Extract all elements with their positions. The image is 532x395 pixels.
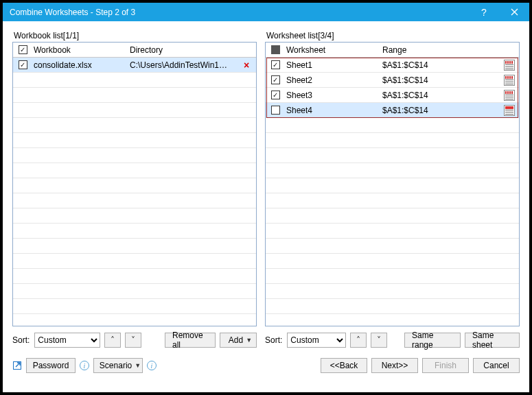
worksheet-col-range[interactable]: Range xyxy=(381,45,500,55)
worksheet-sort-select[interactable]: Custom xyxy=(287,333,346,348)
workbook-sort-up-button[interactable]: ˄ xyxy=(104,333,121,348)
worksheet-sort-up-button[interactable]: ˄ xyxy=(350,333,367,348)
worksheet-name: Sheet2 xyxy=(285,75,381,85)
add-button[interactable]: Add▼ xyxy=(220,333,257,348)
worksheet-col-worksheet[interactable]: Worksheet xyxy=(285,45,381,55)
info-icon[interactable]: i xyxy=(147,361,157,370)
workbook-tools: Sort: Custom ˄ ˅ Remove all Add▼ xyxy=(12,332,257,348)
worksheet-range: $A$1:$C$14 xyxy=(381,60,500,70)
remove-icon: × xyxy=(244,60,249,71)
remove-all-button[interactable]: Remove all xyxy=(165,333,216,348)
info-icon[interactable]: i xyxy=(80,361,89,370)
password-button[interactable]: Password xyxy=(26,358,76,373)
workbook-directory: C:\Users\AddinTestWin1… xyxy=(128,60,237,70)
titlebar: Combine Worksheets - Step 2 of 3 ? xyxy=(3,3,529,21)
worksheet-grid-body: ✓Sheet1$A$1:$C$14✓Sheet2$A$1:$C$14✓Sheet… xyxy=(266,58,519,326)
worksheet-range: $A$1:$C$14 xyxy=(381,106,500,115)
workbook-grid-header: ✓ Workbook Directory xyxy=(13,43,256,58)
workbook-name: consolidate.xlsx xyxy=(32,60,128,70)
workbook-col-workbook[interactable]: Workbook xyxy=(32,45,128,55)
edit-range-button[interactable] xyxy=(500,90,519,101)
finish-button: Finish xyxy=(422,358,469,373)
workbook-sort-select[interactable]: Custom xyxy=(34,333,100,348)
edit-range-button[interactable] xyxy=(500,60,519,71)
worksheet-sort-down-button[interactable]: ˅ xyxy=(371,333,387,348)
worksheet-panel-label: Worksheet list[3/4] xyxy=(265,31,520,40)
window-title: Combine Worksheets - Step 2 of 3 xyxy=(10,8,469,17)
table-row[interactable]: ✓Sheet2$A$1:$C$14 xyxy=(266,73,519,88)
table-row[interactable]: ✓Sheet3$A$1:$C$14 xyxy=(266,88,519,103)
chevron-down-icon: ▼ xyxy=(135,362,141,369)
chevron-down-icon: ▼ xyxy=(246,337,252,344)
row-checkbox[interactable]: ✓ xyxy=(271,60,280,69)
table-row[interactable]: Sheet4$A$1:$C$14 xyxy=(266,103,519,118)
range-icon xyxy=(504,90,515,101)
range-icon xyxy=(504,105,515,116)
close-icon xyxy=(511,8,518,16)
workbook-panel-label: Workbook list[1/1] xyxy=(12,31,257,40)
worksheet-grid-header: Worksheet Range xyxy=(266,43,519,58)
worksheet-panel: Worksheet list[3/4] Worksheet Range ✓She… xyxy=(265,31,520,348)
edit-range-button[interactable] xyxy=(500,105,519,116)
same-range-button[interactable]: Same range xyxy=(404,333,461,348)
sort-label-left: Sort: xyxy=(12,335,30,345)
edit-range-button[interactable] xyxy=(500,75,519,86)
scenario-button[interactable]: Scenario▼ xyxy=(93,358,143,373)
row-checkbox[interactable]: ✓ xyxy=(19,60,27,69)
help-button[interactable]: ? xyxy=(469,3,499,21)
range-icon xyxy=(504,60,515,71)
row-checkbox[interactable]: ✓ xyxy=(271,75,280,84)
workbook-panel: Workbook list[1/1] ✓ Workbook Directory … xyxy=(12,31,257,348)
workbook-grid-body: ✓consolidate.xlsxC:\Users\AddinTestWin1…… xyxy=(13,58,256,326)
scenario-button-label: Scenario xyxy=(100,361,132,370)
remove-row-button[interactable]: × xyxy=(237,60,256,71)
workbook-selectall-cell[interactable]: ✓ xyxy=(13,45,32,54)
row-checkbox[interactable] xyxy=(271,106,280,115)
grid-lines xyxy=(13,58,256,326)
row-checkbox[interactable]: ✓ xyxy=(271,91,280,99)
footer: Password i Scenario▼ i <<Back Next>> Fin… xyxy=(12,358,520,373)
worksheet-grid[interactable]: Worksheet Range ✓Sheet1$A$1:$C$14✓Sheet2… xyxy=(265,42,520,326)
worksheet-name: Sheet3 xyxy=(285,91,381,100)
worksheet-selectall-cell[interactable] xyxy=(266,45,285,54)
close-button[interactable] xyxy=(499,3,529,21)
dialog-window: Combine Worksheets - Step 2 of 3 ? Workb… xyxy=(0,0,532,395)
worksheet-selectall-checkbox[interactable] xyxy=(271,45,280,54)
worksheet-range: $A$1:$C$14 xyxy=(381,91,500,100)
workbook-selectall-checkbox[interactable]: ✓ xyxy=(19,45,27,54)
worksheet-range: $A$1:$C$14 xyxy=(381,75,500,85)
workbook-col-directory[interactable]: Directory xyxy=(128,45,256,55)
worksheet-tools: Sort: Custom ˄ ˅ Same range Same sheet xyxy=(265,332,520,348)
back-button[interactable]: <<Back xyxy=(321,358,367,373)
next-button[interactable]: Next>> xyxy=(371,358,418,373)
workbook-grid[interactable]: ✓ Workbook Directory ✓consolidate.xlsxC:… xyxy=(12,42,257,326)
add-button-label: Add xyxy=(229,335,243,345)
sort-label-right: Sort: xyxy=(265,335,283,345)
table-row[interactable]: ✓Sheet1$A$1:$C$14 xyxy=(266,58,519,73)
cancel-button[interactable]: Cancel xyxy=(473,358,520,373)
popup-icon[interactable] xyxy=(12,361,22,370)
worksheet-name: Sheet4 xyxy=(285,106,381,115)
range-icon xyxy=(504,75,515,86)
workbook-sort-down-button[interactable]: ˅ xyxy=(125,333,141,348)
worksheet-name: Sheet1 xyxy=(285,60,381,70)
same-sheet-button[interactable]: Same sheet xyxy=(465,333,520,348)
client-area: Workbook list[1/1] ✓ Workbook Directory … xyxy=(3,21,529,383)
table-row[interactable]: ✓consolidate.xlsxC:\Users\AddinTestWin1…… xyxy=(13,58,256,73)
